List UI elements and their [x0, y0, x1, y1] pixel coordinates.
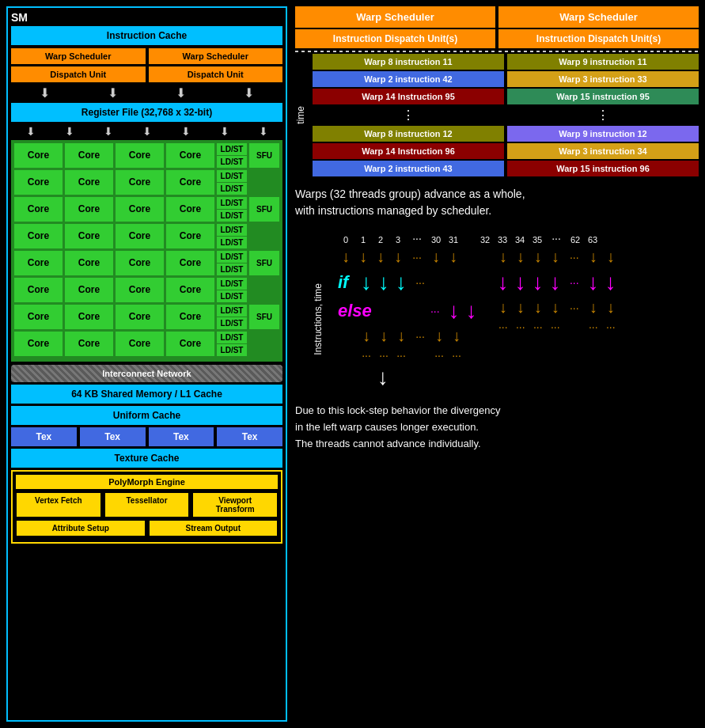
warp-diagram: Warp Scheduler Warp Scheduler Instructio… — [295, 6, 699, 176]
post-pad — [338, 327, 357, 346]
warp-header-row: Warp Scheduler Warp Scheduler — [295, 6, 699, 28]
core-2-3: Core — [116, 170, 164, 195]
dispatch-header-2: Instruction Dispatch Unit(s) — [498, 29, 699, 48]
register-arrows: ⬇ ⬇ ⬇ ⬇ ⬇ ⬇ ⬇ — [11, 125, 282, 138]
warp-time-label: time — [295, 106, 306, 124]
tnum-dots-left: ··· — [407, 232, 426, 245]
trailing-arrows: ··· ··· ··· ··· ··· — [338, 349, 479, 362]
right-post-arrows: ↓ ↓ ↓ ↓ ··· ↓ ↓ — [495, 298, 619, 317]
core-row-7: Core Core Core Core LD/ST LD/ST SFU — [14, 305, 279, 329]
warp-instr-2-5: Warp 3 instruction 34 — [507, 143, 699, 159]
interconnect-network: Interconnect Network — [11, 365, 282, 382]
warp-schedulers-row: Warp Scheduler Warp Scheduler — [11, 48, 282, 64]
ldst-1-1: LD/ST — [217, 143, 247, 155]
core-1-3: Core — [116, 143, 164, 168]
if-label: if — [338, 272, 357, 293]
core-row-4: Core Core Core Core LD/ST LD/ST — [14, 224, 279, 248]
core-row-1: Core Core Core Core LD/ST LD/ST SFU — [14, 143, 279, 168]
left-panel: SM Instruction Cache Warp Scheduler Warp… — [6, 6, 287, 722]
right-trail-arrows: ··· ··· ··· ··· ··· ··· — [495, 320, 619, 333]
separator-lines — [295, 51, 699, 52]
core-1-1: Core — [14, 143, 63, 168]
ldst-3-2: LD/ST — [217, 210, 247, 222]
divergence-body: Instructions, time ↓ ↓ ↓ ↓ — [298, 248, 696, 390]
ldst-8-1: LD/ST — [217, 332, 247, 343]
warp-instr-1-4: Warp 8 instruction 12 — [313, 126, 504, 142]
sfu-1: SFU — [249, 143, 279, 168]
divergence-diagram: 0 1 2 3 ··· 30 31 32 33 34 35 ··· 62 63 — [295, 229, 699, 393]
arrow-3: ⬇ — [176, 85, 186, 100]
else-arr-30: ↓ — [446, 298, 462, 324]
rpost-33: ↓ — [513, 298, 529, 317]
ldst-3-1: LD/ST — [217, 197, 247, 209]
ldst-7-1: LD/ST — [217, 305, 247, 317]
rpink-62: ↓ — [586, 270, 601, 295]
core-3-1: Core — [14, 197, 63, 222]
main-container: SM Instruction Cache Warp Scheduler Warp… — [0, 0, 705, 728]
rtrail-35: ··· — [548, 320, 563, 333]
sfu-placeholder-2 — [249, 170, 279, 195]
trail-pad — [338, 349, 357, 362]
rarrow-2: ⬇ — [65, 125, 74, 138]
core-6-2: Core — [65, 278, 113, 302]
rpost-dots: ··· — [565, 298, 584, 317]
core-row-2: Core Core Core Core LD/ST LD/ST — [14, 170, 279, 195]
ldst-7-2: LD/ST — [217, 317, 247, 329]
arrow-1: ⬇ — [40, 85, 50, 100]
core-1-4: Core — [166, 143, 214, 168]
arr-3: ↓ — [390, 248, 406, 267]
bottom-desc-text: Due to this lock-step behavior the diver… — [295, 404, 500, 449]
rarrow-3: ⬇ — [104, 125, 113, 138]
warp-instr-2-2: Warp 3 instruction 33 — [507, 71, 699, 87]
core-cells-8: Core Core Core Core — [14, 332, 214, 356]
right-mid-arrows: ↓ ↓ ↓ ↓ ··· ↓ ↓ — [495, 270, 619, 295]
dispatch-unit-left: Dispatch Unit — [11, 66, 146, 82]
arr-dots-l: ··· — [407, 248, 426, 267]
core-7-2: Core — [65, 305, 113, 329]
arr-0: ↓ — [338, 248, 354, 267]
core-6-4: Core — [166, 278, 214, 302]
arr-30: ↓ — [428, 248, 444, 267]
ldst-2-2: LD/ST — [217, 183, 247, 195]
rarrow-6: ⬇ — [220, 125, 229, 138]
if-arr-2: ↓ — [393, 270, 409, 295]
else-arr-31: ↓ — [464, 298, 479, 324]
else-dots: ··· — [426, 299, 445, 323]
rarr-63: ↓ — [603, 248, 619, 267]
core-6-3: Core — [116, 278, 164, 302]
left-warp-arrows: ↓ ↓ ↓ ↓ ··· ↓ ↓ if ↓ — [338, 248, 479, 362]
rpost-34: ↓ — [530, 298, 546, 317]
sfu-placeholder-4 — [249, 224, 279, 248]
dispatch-units-row: Dispatch Unit Dispatch Unit — [11, 66, 282, 82]
dispatch-header-1: Instruction Dispatch Unit(s) — [295, 29, 495, 48]
core-row-6: Core Core Core Core LD/ST LD/ST — [14, 278, 279, 302]
tnum-1: 1 — [355, 235, 371, 245]
attribute-setup: Attribute Setup — [16, 520, 146, 537]
right-panel: Warp Scheduler Warp Scheduler Instructio… — [295, 6, 699, 722]
ldst-5-2: LD/ST — [217, 264, 247, 275]
tnum-62: 62 — [567, 235, 583, 245]
core-3-3: Core — [116, 197, 164, 222]
instructions-time-label: Instructions, time — [313, 283, 324, 355]
tnum-31: 31 — [445, 235, 461, 245]
tnum-3: 3 — [390, 235, 406, 245]
core-cells-4: Core Core Core Core — [14, 224, 214, 248]
tex-4: Tex — [217, 427, 282, 446]
warp-scheduler-header-1: Warp Scheduler — [295, 6, 495, 28]
big-down-arrow: ↓ — [338, 365, 696, 390]
if-row: if ↓ ↓ ↓ ··· — [338, 270, 479, 295]
core-8-4: Core — [166, 332, 214, 356]
warps-description: Warps (32 threads group) advance as a wh… — [295, 183, 699, 222]
post-dots: ··· — [411, 327, 430, 346]
core-row-3: Core Core Core Core LD/ST LD/ST SFU — [14, 197, 279, 222]
sfu-placeholder-8 — [249, 332, 279, 356]
warp-instr-2-6: Warp 15 instruction 96 — [507, 161, 699, 176]
sm-label: SM — [11, 11, 282, 24]
ldst-sfu-8: LD/ST LD/ST — [217, 332, 247, 356]
register-file: Register File (32,768 x 32-bit) — [11, 103, 282, 122]
post-arr-0: ↓ — [358, 327, 374, 346]
core-8-1: Core — [14, 332, 63, 356]
rpost-63: ↓ — [603, 298, 619, 317]
arrow-4: ⬇ — [244, 85, 254, 100]
uniform-cache: Uniform Cache — [11, 406, 282, 425]
